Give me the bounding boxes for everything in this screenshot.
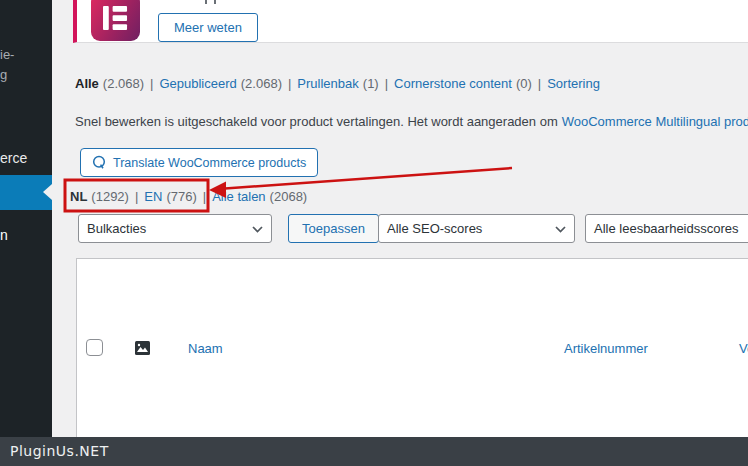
filter-gepubliceerd[interactable]: Gepubliceerd <box>159 76 236 91</box>
filter-count: (0) <box>516 76 532 91</box>
lang-all[interactable]: Alle talen <box>212 189 265 204</box>
elementor-glyph <box>103 6 128 31</box>
seo-scores-value: Alle SEO-scores <box>387 221 482 236</box>
column-header-artikelnummer[interactable]: Artikelnummer <box>564 341 648 356</box>
apply-button[interactable]: Toepassen <box>288 214 379 243</box>
sidebar-subitem-clipped[interactable]: n <box>0 227 8 243</box>
lang-nl[interactable]: NL <box>70 189 87 204</box>
translate-button-label: Translate WooCommerce products <box>113 156 306 170</box>
filter-cornerstone[interactable]: Cornerstone content <box>394 76 512 91</box>
lang-count: (2068) <box>270 189 308 204</box>
chevron-down-icon <box>252 226 263 233</box>
translate-products-button[interactable]: Translate WooCommerce products <box>80 148 318 177</box>
language-filters: NL(1292)|EN(776)|Alle talen(2068) <box>70 189 307 204</box>
sidebar-item-active-products[interactable] <box>0 175 52 210</box>
filter-count: (2.068) <box>103 76 144 91</box>
separator: | <box>385 76 388 91</box>
separator: | <box>203 189 206 204</box>
clipped-text-fragment <box>205 0 207 4</box>
quick-edit-notice: Snel bewerken is uitgeschakeld voor prod… <box>75 114 748 129</box>
column-header-naam[interactable]: Naam <box>188 341 223 356</box>
separator: | <box>538 76 541 91</box>
admin-sidebar: ie- g erce n <box>0 0 52 437</box>
clipped-text-fragment <box>214 0 216 4</box>
bulk-actions-select[interactable]: Bulkacties <box>78 214 272 243</box>
notice-text: Snel bewerken is uitgeschakeld voor prod… <box>75 114 558 129</box>
translate-icon <box>92 155 107 170</box>
separator: | <box>135 189 138 204</box>
elementor-logo-icon <box>91 0 140 41</box>
readability-value: Alle leesbaarheidsscores <box>594 221 739 236</box>
wcml-link[interactable]: WooCommerce Multilingual prod <box>562 114 748 129</box>
sidebar-item-clipped[interactable]: g <box>0 67 7 82</box>
separator: | <box>288 76 291 91</box>
sidebar-item-clipped[interactable]: ie- <box>0 47 14 62</box>
image-column-icon <box>135 341 150 355</box>
post-status-filters: Alle(2.068)|Gepubliceerd(2.068)|Prullenb… <box>75 76 600 91</box>
bulk-actions-value: Bulkacties <box>87 221 146 236</box>
filter-count: (1) <box>363 76 379 91</box>
column-header-voorraad-clipped[interactable]: Vo <box>739 341 748 356</box>
chevron-down-icon <box>555 226 566 233</box>
readability-scores-select[interactable]: Alle leesbaarheidsscores <box>585 214 748 243</box>
watermark-text: PluginUs.NET <box>10 437 109 466</box>
seo-scores-select[interactable]: Alle SEO-scores <box>378 214 575 243</box>
lang-count: (1292) <box>91 189 129 204</box>
filter-alle[interactable]: Alle <box>75 76 99 91</box>
learn-more-button[interactable]: Meer weten <box>158 13 258 42</box>
lang-count: (776) <box>166 189 196 204</box>
watermark-bar: PluginUs.NET <box>0 437 748 466</box>
sidebar-item-woocommerce[interactable]: erce <box>0 150 27 166</box>
select-all-checkbox[interactable] <box>86 339 103 356</box>
filter-prullenbak[interactable]: Prullenbak <box>297 76 358 91</box>
products-table: Naam Artikelnummer Vo <box>76 258 748 448</box>
lang-en[interactable]: EN <box>144 189 162 204</box>
filter-sortering[interactable]: Sortering <box>547 76 600 91</box>
products-admin-screen: ie- g erce n Meer weten Alle(2.068)|Gepu… <box>0 0 748 466</box>
active-item-arrow <box>43 184 52 200</box>
filter-count: (2.068) <box>241 76 282 91</box>
elementor-notice-banner: Meer weten <box>73 0 748 43</box>
separator: | <box>150 76 153 91</box>
